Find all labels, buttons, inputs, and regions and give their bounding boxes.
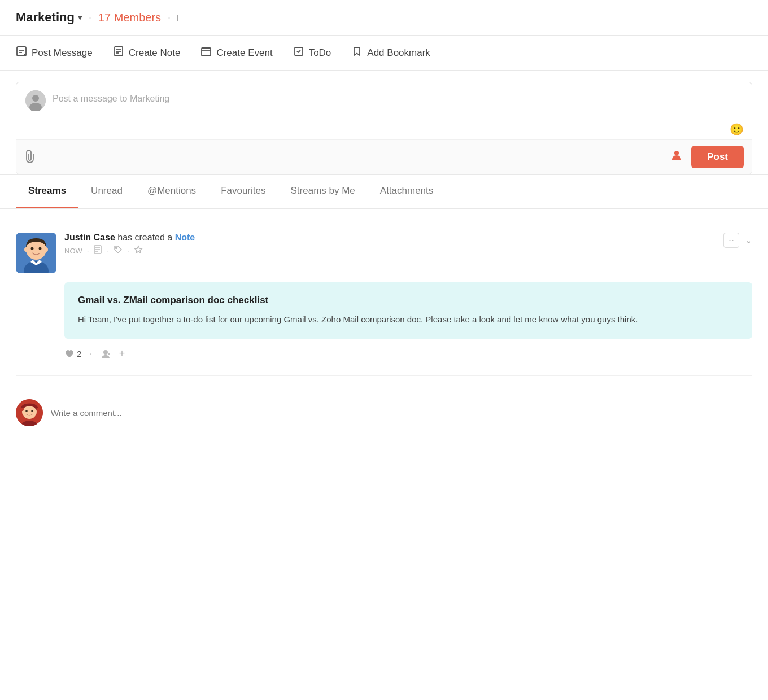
dot-sep1: · <box>107 247 109 255</box>
reactions-bar: 2 · + <box>64 348 752 360</box>
post-note-link[interactable]: Note <box>175 233 195 242</box>
post-message-icon <box>16 46 27 60</box>
add-reaction-button[interactable]: + <box>119 348 125 360</box>
chat-icon[interactable]: □ <box>177 11 184 24</box>
comment-user-avatar <box>16 399 43 426</box>
stream-content: Justin Case has created a Note NOW · <box>0 209 768 390</box>
svg-point-18 <box>674 151 679 155</box>
collapse-icon[interactable]: ⌄ <box>745 235 752 246</box>
comment-area <box>0 390 768 435</box>
tab-unread[interactable]: Unread <box>78 175 135 208</box>
tag-icon[interactable] <box>114 245 123 256</box>
add-bookmark-icon <box>351 46 363 60</box>
svg-point-39 <box>25 410 28 412</box>
stream-tabs: Streams Unread @Mentions Favourites Stre… <box>0 175 768 209</box>
note-card[interactable]: Gmail vs. ZMail comparison doc checklist… <box>64 282 752 339</box>
note-card-title: Gmail vs. ZMail comparison doc checklist <box>78 295 739 306</box>
compose-footer: Post <box>16 139 752 174</box>
post-author-avatar <box>16 233 56 273</box>
post-message-label: Post Message <box>32 47 93 59</box>
todo-button[interactable]: ToDo <box>293 46 331 60</box>
svg-point-30 <box>116 247 117 249</box>
svg-point-24 <box>24 247 28 252</box>
attach-icon[interactable] <box>24 149 36 165</box>
compose-area: Post a message to Marketing 🙂 Post <box>0 71 768 175</box>
svg-point-23 <box>39 247 42 250</box>
more-options-icon[interactable]: ·· <box>723 233 739 248</box>
svg-point-32 <box>103 350 108 355</box>
post-author-name: Justin Case <box>64 233 115 242</box>
tab-attachments[interactable]: Attachments <box>368 175 446 208</box>
compose-user-avatar <box>25 90 46 111</box>
heart-count: 2 <box>77 349 81 358</box>
compose-right-actions: Post <box>670 146 744 168</box>
star-icon[interactable] <box>134 245 143 256</box>
post-header-right: ·· ⌄ <box>723 233 752 248</box>
separator-dot3: · <box>89 349 91 359</box>
post-card: Justin Case has created a Note NOW · <box>16 222 752 376</box>
mention-person-icon[interactable] <box>670 148 683 165</box>
todo-label: ToDo <box>309 47 331 59</box>
post-meta: Justin Case has created a Note NOW · <box>64 233 195 256</box>
create-event-label: Create Event <box>216 47 272 59</box>
tab-streams-by-me[interactable]: Streams by Me <box>278 175 368 208</box>
create-event-icon <box>200 46 212 60</box>
svg-point-25 <box>45 247 48 252</box>
create-note-button[interactable]: Create Note <box>113 46 181 60</box>
emoji-icon[interactable]: 🙂 <box>730 123 744 136</box>
post-header: Justin Case has created a Note NOW · <box>16 233 752 273</box>
post-action-text: has created a <box>117 233 174 242</box>
note-icon[interactable] <box>93 245 102 256</box>
dot-sep2: · <box>127 247 129 255</box>
post-author-line: Justin Case has created a Note <box>64 233 195 243</box>
svg-point-22 <box>31 247 34 250</box>
page-header: Marketing ▾ · 17 Members · □ <box>0 0 768 36</box>
channel-title[interactable]: Marketing ▾ <box>16 10 82 25</box>
create-event-button[interactable]: Create Event <box>200 46 272 60</box>
svg-marker-31 <box>135 246 142 253</box>
person-reaction-icon[interactable] <box>100 348 111 360</box>
svg-point-16 <box>32 95 39 102</box>
add-bookmark-button[interactable]: Add Bookmark <box>351 46 430 60</box>
separator-dot: · <box>89 12 91 24</box>
post-header-left: Justin Case has created a Note NOW · <box>16 233 195 273</box>
create-note-label: Create Note <box>129 47 181 59</box>
svg-rect-7 <box>202 48 211 56</box>
create-note-icon <box>113 46 124 60</box>
action-toolbar: Post Message Create Note Create E <box>0 36 768 71</box>
svg-point-38 <box>20 408 24 411</box>
tab-mentions[interactable]: @Mentions <box>135 175 208 208</box>
post-button[interactable]: Post <box>691 146 744 168</box>
comment-input[interactable] <box>51 408 752 418</box>
emoji-area: 🙂 <box>16 119 752 139</box>
members-count[interactable]: 17 Members <box>98 11 161 24</box>
todo-icon <box>293 46 304 60</box>
channel-name: Marketing <box>16 10 75 25</box>
add-bookmark-label: Add Bookmark <box>367 47 430 59</box>
post-timestamp: NOW <box>64 247 82 255</box>
tab-streams[interactable]: Streams <box>16 175 78 208</box>
compose-box: Post a message to Marketing 🙂 Post <box>16 82 752 174</box>
chevron-down-icon[interactable]: ▾ <box>78 13 82 22</box>
separator-dot2: · <box>168 12 171 24</box>
time-dot: · <box>87 247 89 255</box>
post-message-button[interactable]: Post Message <box>16 46 93 60</box>
svg-point-40 <box>31 410 33 412</box>
heart-reaction[interactable]: 2 <box>64 349 81 359</box>
compose-placeholder[interactable]: Post a message to Marketing <box>53 90 743 104</box>
post-time-line: NOW · · <box>64 245 195 256</box>
note-card-body: Hi Team, I've put together a to-do list … <box>78 313 739 326</box>
tab-favourites[interactable]: Favourites <box>208 175 278 208</box>
